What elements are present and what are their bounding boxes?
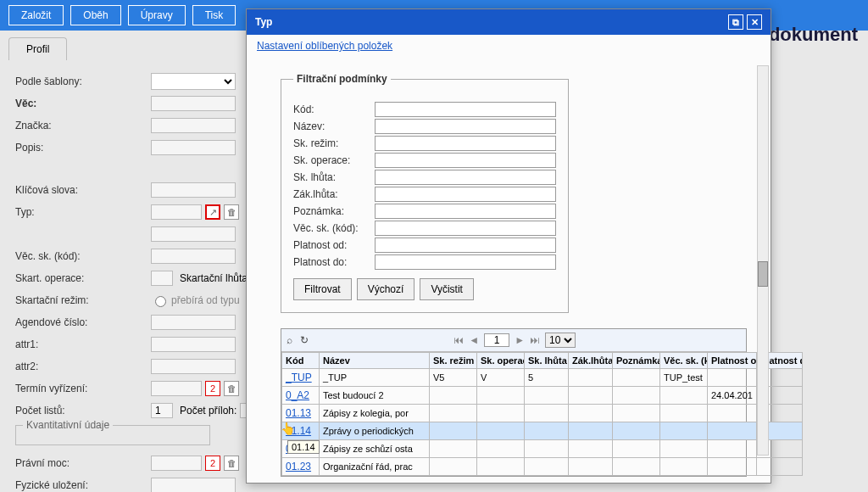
obeh-button[interactable]: Oběh bbox=[70, 5, 120, 25]
col-platnost-o[interactable]: Platnost o bbox=[708, 353, 757, 369]
flabel-sk-rezim: Sk. režim: bbox=[293, 137, 375, 149]
label-agendove: Agendové číslo: bbox=[15, 316, 151, 328]
finput-nazev[interactable] bbox=[375, 119, 556, 134]
calendar-termin-icon[interactable]: 2 bbox=[205, 381, 220, 396]
table-row[interactable]: 01.15Zápisy ze schůzí osta bbox=[282, 440, 803, 458]
label-skart-operace: Skart. operace: bbox=[15, 272, 151, 284]
cell-kod[interactable]: _TUP bbox=[282, 369, 320, 387]
input-termin[interactable] bbox=[151, 381, 202, 396]
label-pocet-listu: Počet listů: bbox=[15, 405, 151, 417]
dialog-scrollbar[interactable] bbox=[757, 65, 769, 456]
cell-zak_lhuta bbox=[569, 440, 613, 458]
upravy-button[interactable]: Úpravy bbox=[128, 5, 186, 25]
radio-prebira[interactable] bbox=[155, 296, 166, 307]
row-link[interactable]: 01.13 bbox=[286, 407, 311, 419]
label-znacka: Značka: bbox=[15, 120, 151, 131]
calendar-pravni-icon[interactable]: 2 bbox=[205, 456, 220, 471]
cell-sk_rezim bbox=[430, 405, 477, 422]
col-sk-lhuta[interactable]: Sk. lhůta bbox=[525, 353, 569, 369]
finput-kod[interactable] bbox=[375, 102, 556, 117]
page-last-icon[interactable]: ⏭ bbox=[530, 334, 540, 346]
page-input[interactable] bbox=[484, 333, 509, 347]
input-popis[interactable] bbox=[151, 140, 236, 155]
cell-sk_rezim bbox=[430, 458, 477, 476]
cell-zak_lhuta bbox=[569, 387, 613, 405]
input-typ[interactable] bbox=[151, 204, 202, 220]
table-row[interactable]: 01.14Zprávy o periodických bbox=[282, 422, 803, 440]
page-next-icon[interactable]: ► bbox=[515, 334, 525, 346]
input-vec-sk[interactable] bbox=[151, 249, 236, 264]
cell-vec_sk bbox=[660, 458, 708, 476]
label-typ: Typ: bbox=[15, 206, 151, 218]
cell-kod[interactable]: 0_A2 bbox=[282, 387, 320, 405]
tisk-button[interactable]: Tisk bbox=[192, 5, 236, 25]
table-row[interactable]: 01.13Zápisy z kolegia, por bbox=[282, 405, 803, 422]
input-znacka[interactable] bbox=[151, 118, 236, 133]
finput-platnost-do[interactable] bbox=[375, 254, 556, 270]
input-fyzicke[interactable] bbox=[151, 478, 236, 492]
finput-platnost-od[interactable] bbox=[375, 238, 556, 253]
input-attr1[interactable] bbox=[151, 337, 236, 352]
grid-search-icon[interactable]: ⌕ bbox=[287, 334, 292, 346]
cell-kod[interactable]: 01.13 bbox=[282, 405, 320, 422]
finput-zak-lhuta[interactable] bbox=[375, 187, 556, 202]
input-typ2[interactable] bbox=[151, 226, 236, 242]
label-vec: Věc: bbox=[15, 98, 151, 109]
finput-sk-rezim[interactable] bbox=[375, 136, 556, 151]
cell-kod[interactable]: 01.23 bbox=[282, 458, 320, 476]
table-row[interactable]: 0_A2Test budoucí 224.04.201 bbox=[282, 387, 803, 405]
cell-zak_lhuta bbox=[569, 458, 613, 476]
cell-sk_operac bbox=[477, 422, 525, 440]
input-attr2[interactable] bbox=[151, 359, 236, 374]
row-link[interactable]: 01.23 bbox=[286, 461, 311, 472]
cell-platnost_o bbox=[708, 405, 757, 422]
col-zak-lhuta[interactable]: Zák.lhůta bbox=[569, 353, 613, 369]
input-pravni[interactable] bbox=[151, 456, 202, 471]
page-size-select[interactable]: 10 bbox=[545, 333, 576, 348]
vycistit-button[interactable]: Vyčistit bbox=[420, 278, 474, 300]
tab-profil[interactable]: Profil bbox=[8, 37, 67, 60]
favorites-link[interactable]: Nastavení oblíbených položek bbox=[247, 35, 403, 57]
row-link[interactable]: 0_A2 bbox=[286, 389, 309, 401]
finput-sk-operace[interactable] bbox=[375, 153, 556, 168]
clear-pravni-icon[interactable]: 🗑 bbox=[224, 456, 239, 471]
finput-poznamka[interactable] bbox=[375, 204, 556, 219]
clear-typ-icon[interactable]: 🗑 bbox=[224, 204, 239, 220]
input-klicova[interactable] bbox=[151, 182, 236, 198]
table-row[interactable]: 01.23Organizační řád, prac bbox=[282, 458, 803, 476]
finput-sk-lhuta[interactable] bbox=[375, 170, 556, 185]
cell-sk_operac bbox=[477, 387, 525, 405]
input-agendove[interactable] bbox=[151, 315, 236, 330]
grid-refresh-icon[interactable]: ↻ bbox=[300, 334, 309, 346]
input-pocet-listu[interactable] bbox=[151, 403, 173, 418]
flabel-kod: Kód: bbox=[293, 103, 375, 115]
open-typ-dialog-icon[interactable]: ↗ bbox=[205, 204, 220, 220]
col-sk-operac[interactable]: Sk. operac bbox=[477, 353, 525, 369]
scrollbar-thumb[interactable] bbox=[758, 261, 768, 287]
dialog-close-icon[interactable]: ✕ bbox=[747, 14, 762, 30]
cell-nazev: Zápisy z kolegia, por bbox=[320, 405, 430, 422]
row-link[interactable]: _TUP bbox=[286, 372, 312, 383]
cell-sk_operac bbox=[477, 405, 525, 422]
page-first-icon[interactable]: ⏮ bbox=[453, 334, 464, 346]
col-vec-sk[interactable]: Věc. sk. (k bbox=[660, 353, 708, 369]
select-sablona[interactable] bbox=[151, 73, 236, 90]
label-skart-lhuta: Skartační lhůta: bbox=[180, 272, 250, 284]
col-sk-rezim[interactable]: Sk. režim bbox=[430, 353, 477, 369]
dialog-popout-icon[interactable]: ⧉ bbox=[728, 14, 743, 30]
input-vec[interactable] bbox=[151, 96, 236, 111]
table-row[interactable]: _TUP_TUPV5V5TUP_test bbox=[282, 369, 803, 387]
page-prev-icon[interactable]: ◄ bbox=[469, 334, 479, 346]
zalozit-button[interactable]: Založit bbox=[8, 5, 64, 25]
label-klicova: Klíčová slova: bbox=[15, 184, 151, 196]
clear-termin-icon[interactable]: 🗑 bbox=[224, 381, 239, 396]
cell-poznamka bbox=[613, 440, 660, 458]
filtrovat-button[interactable]: Filtrovat bbox=[293, 278, 352, 300]
col-kod[interactable]: Kód bbox=[282, 353, 320, 369]
col-nazev[interactable]: Název bbox=[320, 353, 430, 369]
col-poznamka[interactable]: Poznámka bbox=[613, 353, 660, 369]
finput-vec-sk[interactable] bbox=[375, 221, 556, 236]
vychozi-button[interactable]: Výchozí bbox=[357, 278, 415, 300]
cell-sk_operac bbox=[477, 440, 525, 458]
input-skart-operace[interactable] bbox=[151, 271, 173, 286]
